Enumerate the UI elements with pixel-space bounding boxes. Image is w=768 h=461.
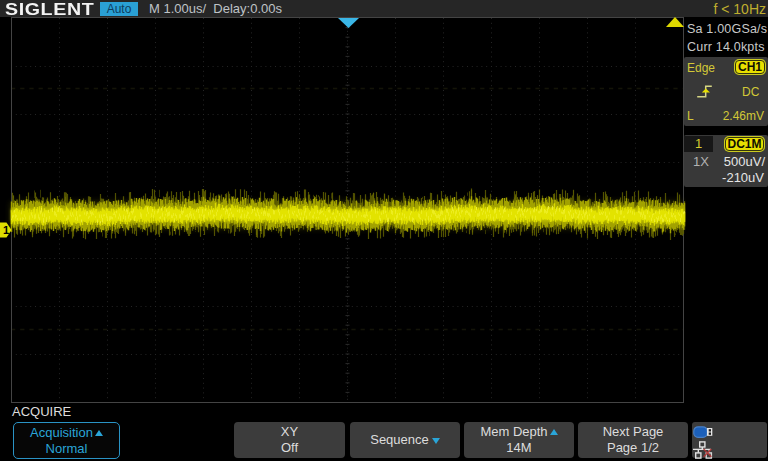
svg-text:1: 1 [3, 224, 9, 236]
